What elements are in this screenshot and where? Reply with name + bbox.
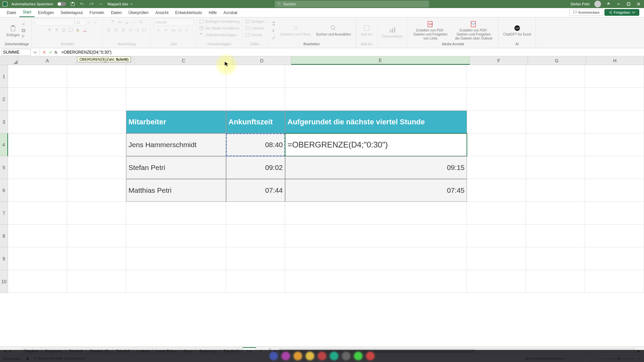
row-header-8[interactable]: 8: [0, 225, 8, 247]
cell-F2[interactable]: [467, 88, 526, 111]
cell-F1[interactable]: [467, 65, 526, 88]
orientation-button[interactable]: [130, 19, 137, 25]
col-header-H[interactable]: H: [586, 56, 644, 65]
col-header-G[interactable]: G: [528, 56, 586, 65]
cell-H8[interactable]: [585, 225, 644, 247]
share-button[interactable]: Freigeben: [604, 9, 639, 16]
row-header-3[interactable]: 3: [0, 111, 8, 133]
row-header-6[interactable]: 6: [0, 179, 8, 202]
align-right-button[interactable]: [120, 26, 126, 33]
save-button[interactable]: [70, 1, 75, 7]
chatgpt-button[interactable]: GPTChatGPT for Excel: [501, 24, 533, 37]
cell-A2[interactable]: [8, 88, 67, 111]
insert-cells-button[interactable]: Einfügen: [245, 19, 264, 24]
redo-button[interactable]: [89, 1, 94, 7]
row-header-4[interactable]: 4: [0, 133, 8, 156]
addins-button[interactable]: Add-Ins: [359, 24, 374, 37]
decrease-indent-button[interactable]: [127, 26, 133, 33]
cell-F4[interactable]: [467, 133, 526, 156]
italic-button[interactable]: K: [53, 26, 60, 33]
maximize-button[interactable]: [626, 1, 631, 7]
cell-G7[interactable]: [526, 202, 585, 225]
copy-button[interactable]: [20, 27, 26, 34]
tab-seitenlayout[interactable]: Seitenlayout: [57, 8, 86, 17]
cell-A6[interactable]: [8, 179, 67, 202]
cell-C1[interactable]: [126, 65, 226, 88]
cell-F7[interactable]: [467, 202, 526, 225]
cell-G2[interactable]: [526, 88, 585, 111]
decrease-font-button[interactable]: A: [93, 19, 100, 25]
cell-A3[interactable]: [8, 111, 67, 133]
cell-B9[interactable]: [67, 247, 126, 270]
accounting-format-button[interactable]: €: [156, 26, 163, 33]
cell-E1[interactable]: [285, 65, 467, 88]
cell-B6[interactable]: [67, 179, 126, 202]
tab-datei[interactable]: Datei: [3, 8, 19, 17]
taskbar-icon[interactable]: [366, 352, 375, 360]
tab-hilfe[interactable]: Hilfe: [205, 8, 220, 17]
align-top-button[interactable]: [109, 19, 116, 25]
cell-B3[interactable]: [67, 111, 126, 133]
tab-einfuegen[interactable]: Einfügen: [35, 8, 57, 17]
cut-button[interactable]: [20, 21, 26, 27]
cell-G6[interactable]: [526, 179, 585, 202]
autosum-button[interactable]: [270, 20, 277, 27]
font-name-input[interactable]: [35, 19, 74, 25]
taskbar-icon[interactable]: [330, 352, 338, 360]
cell-H10[interactable]: [585, 270, 644, 293]
cell-H7[interactable]: [585, 202, 644, 225]
cell-H4[interactable]: [585, 133, 644, 156]
col-header-D[interactable]: D: [233, 56, 291, 65]
percent-format-button[interactable]: %: [163, 26, 170, 33]
cell-E3[interactable]: Aufgerundet die nächste viertel Stunde: [285, 111, 467, 133]
format-painter-button[interactable]: [20, 34, 26, 40]
cell-D6[interactable]: 07:44: [226, 179, 285, 202]
decrease-decimal-button[interactable]: .0: [184, 26, 191, 33]
cell-C9[interactable]: [126, 247, 226, 270]
cell-G5[interactable]: [526, 156, 585, 179]
data-analysis-button[interactable]: Datenanalyse: [380, 26, 405, 39]
cell-H1[interactable]: [585, 65, 644, 88]
sort-filter-button[interactable]: Sortieren und Filtern: [278, 24, 313, 37]
cell-D7[interactable]: [226, 202, 285, 225]
increase-decimal-button[interactable]: .00: [177, 26, 184, 33]
row-header-2[interactable]: 2: [0, 88, 8, 111]
taskbar-icon[interactable]: [306, 352, 314, 360]
increase-indent-button[interactable]: [134, 26, 141, 33]
wrap-text-button[interactable]: [138, 19, 144, 25]
cell-C4[interactable]: Jens Hammerschmidt: [126, 133, 226, 156]
conditional-formatting-button[interactable]: Bedingte Formatierung: [199, 19, 239, 24]
cell-D10[interactable]: [226, 270, 285, 293]
taskbar-icon[interactable]: [293, 352, 302, 360]
name-box[interactable]: [1, 49, 31, 56]
cell-D4[interactable]: 08:40: [226, 133, 285, 156]
cell-C10[interactable]: [126, 270, 226, 293]
cell-B1[interactable]: [67, 65, 126, 88]
cell-E6[interactable]: 07:45: [285, 179, 467, 202]
find-select-button[interactable]: Suchen und Auswählen: [314, 24, 353, 37]
align-bottom-button[interactable]: [123, 19, 130, 25]
taskbar-icon[interactable]: [318, 352, 326, 360]
cell-G4[interactable]: [526, 133, 585, 156]
cell-B2[interactable]: [67, 88, 126, 111]
tab-daten[interactable]: Daten: [108, 8, 125, 17]
cell-A7[interactable]: [8, 202, 67, 225]
pdf-share-outlook-button[interactable]: Erstellen von PDF-Dateien und Freigeben …: [452, 20, 495, 41]
cell-A1[interactable]: [8, 65, 67, 88]
fill-color-button[interactable]: [74, 26, 81, 33]
cell-A4[interactable]: [8, 133, 67, 156]
formula-input[interactable]: =OBERGRENZE(D4;"0:30") OBERGRENZE(Zahl; …: [59, 50, 644, 55]
cancel-edit-button[interactable]: [41, 49, 47, 55]
autosave-toggle[interactable]: [57, 2, 66, 6]
cell-F8[interactable]: [467, 225, 526, 247]
cell-F10[interactable]: [467, 270, 526, 293]
font-color-button[interactable]: A: [82, 26, 88, 33]
taskbar-icon[interactable]: [342, 352, 351, 360]
cell-D3[interactable]: Ankunftszeit: [226, 111, 285, 133]
namebox-dropdown[interactable]: [32, 49, 38, 55]
delete-cells-button[interactable]: Löschen: [245, 25, 264, 31]
cell-A10[interactable]: [8, 270, 67, 293]
spreadsheet-grid[interactable]: A B C D E F G H 1 2 3 4 5 6 7 8 9 10 Mit…: [0, 56, 644, 347]
ribbon-display-options[interactable]: [606, 1, 611, 7]
col-header-F[interactable]: F: [470, 56, 528, 65]
